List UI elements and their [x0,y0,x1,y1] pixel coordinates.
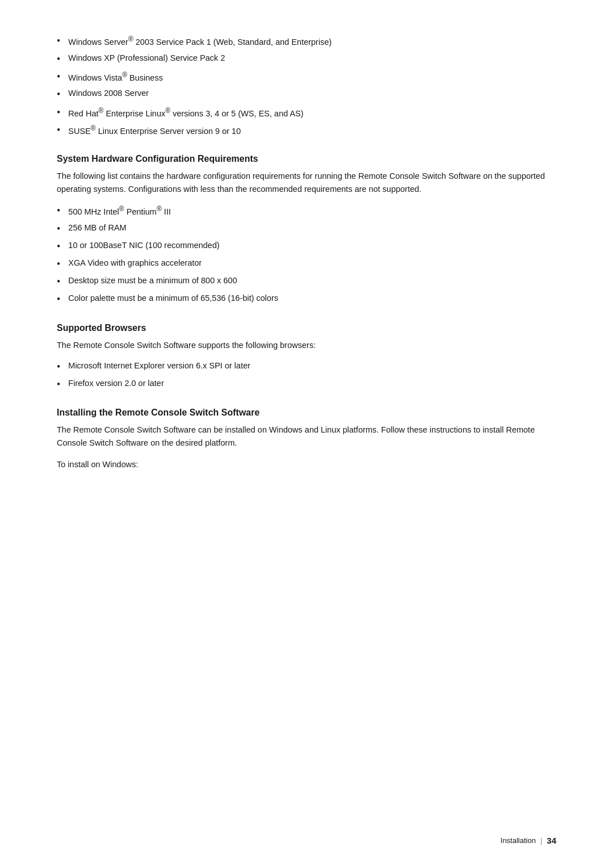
list-item-text: Microsoft Internet Explorer version 6.x … [68,360,250,372]
list-item-text: 256 MB of RAM [68,222,126,234]
page-footer: Installation | 34 [501,836,556,845]
list-item-text: Color palette must be a minimum of 65,53… [68,292,278,305]
list-item: Desktop size must be a minimum of 800 x … [57,275,556,289]
footer-label: Installation [501,836,536,845]
list-item: XGA Video with graphics accelerator [57,257,556,271]
section3-body2: To install on Windows: [57,458,556,471]
list-item-text: Windows Server® 2003 Service Pack 1 (Web… [68,34,331,49]
section1-bullet-list: 500 MHz Intel® Pentium® III 256 MB of RA… [57,204,556,307]
section2-body: The Remote Console Switch Software suppo… [57,339,556,352]
list-item-text: Red Hat® Enterprise Linux® versions 3, 4… [68,106,303,120]
list-item-text: SUSE® Linux Enterprise Server version 9 … [68,123,241,138]
list-item: Firefox version 2.0 or later [57,378,556,392]
section2-heading: Supported Browsers [57,323,556,333]
page-container: Windows Server® 2003 Service Pack 1 (Web… [0,0,613,868]
list-item: Windows 2008 Server [57,87,556,102]
list-item: Color palette must be a minimum of 65,53… [57,292,556,307]
list-item-text: 500 MHz Intel® Pentium® III [68,204,171,219]
list-item-text: XGA Video with graphics accelerator [68,257,201,270]
list-item: 500 MHz Intel® Pentium® III [57,204,556,219]
list-item-text: Windows 2008 Server [68,87,149,100]
section3-heading: Installing the Remote Console Switch Sof… [57,408,556,418]
list-item: Windows XP (Professional) Service Pack 2 [57,52,556,66]
section2-bullet-list: Microsoft Internet Explorer version 6.x … [57,360,556,392]
section3-body1: The Remote Console Switch Software can b… [57,423,556,450]
footer-divider: | [540,836,542,845]
section1-body: The following list contains the hardware… [57,170,556,196]
list-item: Windows Vista® Business [57,70,556,85]
list-item: Windows Server® 2003 Service Pack 1 (Web… [57,34,556,49]
list-item: Microsoft Internet Explorer version 6.x … [57,360,556,374]
list-item-text: 10 or 100BaseT NIC (100 recommended) [68,240,220,252]
section1-heading: System Hardware Configuration Requiremen… [57,154,556,164]
list-item-text: Desktop size must be a minimum of 800 x … [68,275,237,287]
list-item: SUSE® Linux Enterprise Server version 9 … [57,123,556,138]
list-item-text: Firefox version 2.0 or later [68,378,163,390]
list-item-text: Windows XP (Professional) Service Pack 2 [68,52,225,65]
list-item-text: Windows Vista® Business [68,70,163,85]
footer-page-number: 34 [547,836,556,845]
list-item: 256 MB of RAM [57,222,556,236]
list-item: 10 or 100BaseT NIC (100 recommended) [57,240,556,254]
intro-bullet-list: Windows Server® 2003 Service Pack 1 (Web… [57,34,556,138]
list-item: Red Hat® Enterprise Linux® versions 3, 4… [57,106,556,120]
